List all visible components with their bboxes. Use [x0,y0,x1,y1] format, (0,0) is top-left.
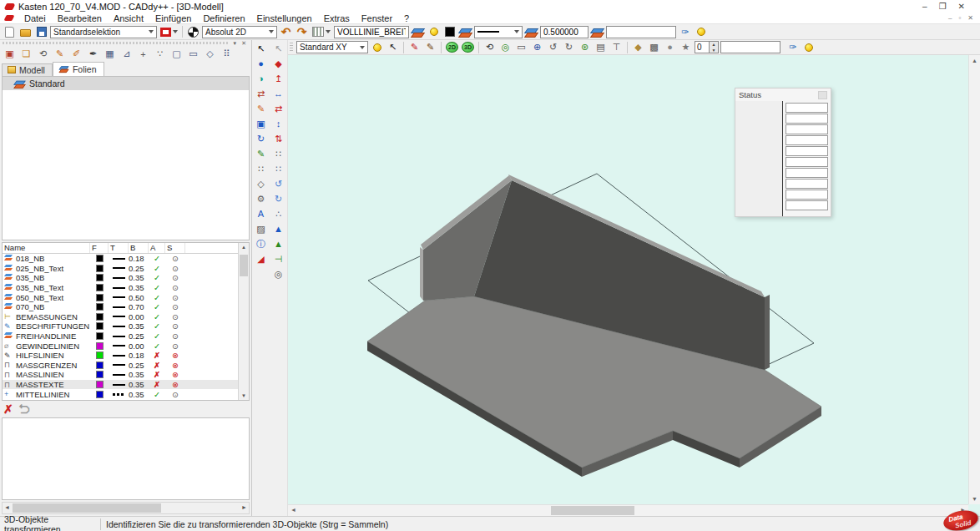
table-row[interactable]: 035_NB0.35✓⊙ [3,273,249,283]
layer-assign-button[interactable] [411,26,425,38]
color-cell[interactable] [90,322,109,330]
status-field[interactable] [786,168,828,178]
pen-edit-icon[interactable]: ✐ [68,48,84,61]
restore-folie-button[interactable]: ⮌ [18,402,30,416]
visible-cell[interactable]: ⊗ [165,370,185,379]
folie-search-icon[interactable]: ⟲ [35,48,51,61]
active-cell[interactable]: ✗ [149,361,165,370]
color-cell[interactable] [90,265,109,272]
color-cell[interactable] [90,381,109,388]
delete-folie-button[interactable]: ✗ [3,402,13,416]
linetype-cell[interactable] [109,287,129,289]
color-cell[interactable] [90,342,109,350]
attributes-light-button[interactable] [694,26,708,38]
restore-button[interactable]: ❐ [939,2,947,11]
column-header-b[interactable]: B [129,243,149,253]
visible-cell[interactable]: ⊙ [165,283,185,292]
status-window[interactable]: Status [735,88,831,217]
linetype-cell[interactable] [109,296,129,298]
width-cell[interactable]: 0.25 [129,361,149,370]
active-cell[interactable]: ✓ [149,254,165,263]
tab-folien[interactable]: Folien [53,62,104,76]
visible-cell[interactable]: ⊙ [165,312,185,321]
copy-object-icon[interactable]: ▣ [253,116,269,131]
spinner-value[interactable]: 0 [695,41,710,53]
table-row[interactable] [3,399,249,400]
depth-spinner[interactable]: 0 ▲▼ [695,41,719,53]
bulb-icon[interactable] [370,41,384,53]
line-width-input[interactable] [540,26,589,38]
star-icon[interactable]: ★ [679,41,693,53]
color-cell[interactable] [90,284,109,291]
tab-modell[interactable]: Modell [2,63,53,76]
snap-icon[interactable]: ◇ [253,176,269,191]
status-field[interactable] [786,190,828,200]
solid-red-icon[interactable]: ◆ [270,56,286,71]
width-cell[interactable]: 0.35 [129,390,149,399]
select-tool-icon[interactable]: ↖ [253,41,269,56]
folie-apply-icon[interactable]: ▣ [2,48,18,61]
cylinder-icon[interactable]: ▭ [185,48,201,61]
undo-button[interactable]: ↶ [279,26,293,38]
orbit-icon[interactable]: ⊛ [578,41,592,53]
scroll-up-icon[interactable]: ▲ [969,58,980,63]
zoom-search-icon[interactable]: ◎ [498,41,513,53]
viewport-hscrollbar[interactable]: ◄ ► [288,504,968,516]
move-x-icon[interactable]: ↔ [270,86,286,101]
pattern-icon[interactable]: ▩ [647,41,661,53]
viewport-vscrollbar[interactable]: ▲ ▼ [968,55,980,504]
drag-handle[interactable] [3,42,228,44]
redo-button[interactable]: ↷ [295,26,309,38]
view-3d-button[interactable]: 3D [461,41,475,53]
linetype-cell[interactable] [109,345,129,346]
color-cell[interactable] [90,391,109,398]
move-z-icon[interactable]: ⇅ [270,131,286,146]
width-cell[interactable]: 0.35 [129,273,149,282]
color-swatch-button[interactable] [442,26,457,38]
visible-cell[interactable]: ⊙ [165,254,185,263]
rotate-object-icon[interactable]: ↻ [253,131,269,146]
column-header-a[interactable]: A [149,243,165,253]
color-cell[interactable] [90,303,109,311]
scroll-down-icon[interactable]: ▼ [969,496,980,502]
tsquare-icon[interactable]: ⊤ [609,41,624,53]
selection-frame-button[interactable] [159,26,179,38]
shade-sphere-icon[interactable]: ● [253,56,269,71]
point-grid-icon[interactable]: ∷ [253,161,269,176]
workplane-combo[interactable]: Standard XY [296,41,368,53]
color-cell[interactable] [90,313,109,321]
linetype-cell[interactable] [109,384,129,386]
mdi-minimize-button[interactable]: – [948,14,952,22]
color-cell[interactable] [90,351,109,359]
grid-list-icon[interactable]: ⠿ [219,48,235,61]
mdi-close-button[interactable]: ✕ [967,14,973,22]
folien-tree[interactable]: Standard [2,76,250,240]
mirror-h-icon[interactable]: ⊣ [270,251,286,266]
table-row[interactable]: 050_NB_Text0.50✓⊙ [3,292,249,302]
preview-icon[interactable]: ▤ [594,41,608,53]
status-field[interactable] [786,200,828,210]
color-cell[interactable] [90,362,109,369]
visible-cell[interactable]: ⊙ [165,302,185,311]
points-icon[interactable]: ∴ [270,206,286,221]
rotate-ccw-icon[interactable]: ↺ [546,41,560,53]
table-row[interactable]: ✎BESCHRIFTUNGEN0.35✓⊙ [3,321,249,331]
width-cell[interactable]: 0.35 [129,380,149,389]
width-cell[interactable]: 0.35 [129,283,149,292]
scroll-left-icon[interactable]: ◄ [4,504,10,510]
status-field[interactable] [786,157,828,167]
menu-extras[interactable]: Extras [318,13,356,23]
width-cell[interactable]: 0.00 [129,312,149,321]
active-cell[interactable]: ✓ [149,264,165,273]
grab-attributes-button[interactable]: ✑ [678,26,692,38]
coordinate-mode-combo[interactable]: Absolut 2D [202,26,277,38]
visible-cell[interactable]: ⊙ [165,341,185,351]
column-header-name[interactable]: Name [3,243,90,253]
viewport-3d[interactable]: Status ▲ ▼ ◄ ► [288,55,980,516]
render-sphere-icon[interactable]: ● [663,41,677,53]
active-cell[interactable]: ✓ [149,312,165,321]
visible-cell[interactable]: ⊙ [165,390,185,399]
linetype-cell[interactable] [109,258,129,260]
column-header-f[interactable]: F [90,243,109,253]
light-sphere-icon[interactable]: ◑ [253,71,269,86]
